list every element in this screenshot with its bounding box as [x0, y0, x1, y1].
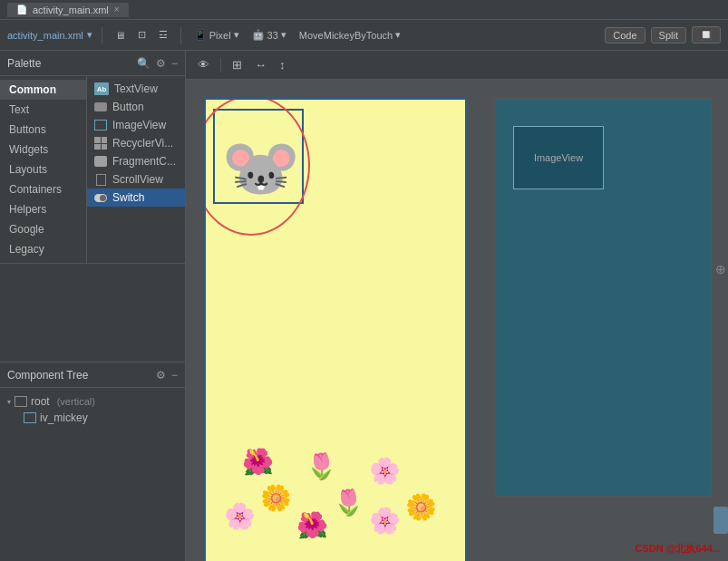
design-btn[interactable]: 🔲	[692, 26, 721, 44]
palette-collapse-btn[interactable]: −	[171, 57, 178, 70]
palette-section: Palette 🔍 ⚙ − Common Text Buttons Widget…	[0, 51, 185, 362]
file-tab[interactable]: 📄 activity_main.xml ×	[7, 3, 129, 17]
category-widgets[interactable]: Widgets	[0, 140, 86, 160]
textview-label: TextView	[114, 82, 158, 95]
scrollview-icon	[94, 173, 107, 186]
left-panel: Palette 🔍 ⚙ − Common Text Buttons Widget…	[0, 51, 186, 561]
textview-icon: Ab	[94, 82, 109, 95]
tree-item-iv-mickey[interactable]: iv_mickey	[20, 410, 181, 426]
switch-label: Switch	[112, 191, 144, 204]
component-textview[interactable]: Ab TextView	[87, 80, 185, 98]
file-name-label: activity_main.xml	[7, 30, 83, 41]
split-btn[interactable]: Split	[651, 27, 686, 44]
palette-settings-btn[interactable]: ⚙	[156, 57, 166, 70]
button-label: Button	[112, 101, 144, 113]
api-selector[interactable]: 🤖 33 ▾	[248, 27, 290, 43]
v-arrows-btn[interactable]: ↕	[275, 56, 290, 73]
tab-close-btn[interactable]: ×	[114, 5, 120, 15]
device-dropdown: ▾	[234, 29, 239, 41]
root-detail: (vertical)	[57, 396, 95, 407]
file-name-display: activity_main.xml ▾	[7, 29, 92, 41]
device-selector[interactable]: 📱 Pixel ▾	[190, 27, 243, 43]
xml-icon: 📄	[16, 5, 27, 15]
preview-imageview-placeholder: ImageView	[513, 126, 604, 189]
palette-header: Palette 🔍 ⚙ −	[0, 51, 185, 76]
root-layout-icon	[15, 396, 27, 407]
components-list: Ab TextView Button ImageView	[87, 76, 185, 263]
category-containers[interactable]: Containers	[0, 179, 86, 199]
eye-btn[interactable]: 👁	[193, 56, 214, 73]
canvas-toolbar: 👁 ⊞ ↔ ↕	[186, 51, 728, 80]
component-switch[interactable]: Switch	[87, 189, 185, 207]
api-label: 33	[267, 30, 278, 41]
api-dropdown: ▾	[281, 29, 286, 41]
scroll-handle[interactable]	[713, 507, 728, 534]
preview-phone-frame: ImageView	[494, 98, 712, 497]
component-fragmentc[interactable]: FragmentC...	[87, 152, 185, 170]
orientaton-btn[interactable]: ☲	[155, 27, 171, 43]
tree-settings-btn[interactable]: ⚙	[156, 369, 166, 382]
tab-label: activity_main.xml	[33, 5, 109, 15]
blueprint-btn[interactable]: ⊡	[134, 27, 150, 43]
component-button[interactable]: Button	[87, 98, 185, 116]
category-legacy[interactable]: Legacy	[0, 239, 86, 259]
main-toolbar: activity_main.xml ▾ 🖥 ⊡ ☲ 📱 Pixel ▾ 🤖 33…	[0, 20, 728, 51]
code-btn[interactable]: Code	[605, 27, 645, 44]
category-helpers[interactable]: Helpers	[0, 199, 86, 219]
component-tree-section: Component Tree ⚙ − ▾ root (vertical) iv_…	[0, 362, 185, 561]
canvas-area: 👁 ⊞ ↔ ↕ ⊕ 🐭	[186, 51, 728, 561]
component-imageview[interactable]: ImageView	[87, 116, 185, 134]
category-text[interactable]: Text	[0, 100, 86, 120]
imageview-icon	[94, 120, 107, 131]
main-layout: Palette 🔍 ⚙ − Common Text Buttons Widget…	[0, 51, 728, 561]
tree-header: Component Tree ⚙ −	[0, 363, 185, 388]
preview-imageview-label: ImageView	[534, 152, 583, 163]
title-bar: 📄 activity_main.xml ×	[0, 0, 728, 20]
watermark: CSDN @北执644...	[636, 542, 721, 556]
scrollview-label: ScrollView	[112, 173, 163, 186]
fragmentc-icon	[94, 155, 107, 168]
component-scrollview[interactable]: ScrollView	[87, 170, 185, 189]
switch-icon	[94, 191, 107, 204]
tree-item-root[interactable]: ▾ root (vertical)	[4, 393, 181, 410]
design-surface-btn[interactable]: 🖥	[112, 28, 129, 43]
iv-mickey-label: iv_mickey	[40, 411, 88, 424]
toolbar-right-actions: Code Split 🔲	[605, 26, 721, 44]
design-phone-frame: 🐭 🌸 🌼 🌺 🌷 🌸 🌼 🌺 🌷 🌸	[204, 98, 467, 561]
category-buttons[interactable]: Buttons	[0, 120, 86, 140]
app-dropdown: ▾	[395, 29, 401, 41]
category-common[interactable]: Common	[0, 80, 86, 100]
recyclerview-icon	[94, 137, 107, 150]
tree-title: Component Tree	[7, 369, 150, 382]
root-arrow: ▾	[7, 398, 11, 406]
separator-2	[180, 27, 181, 44]
palette-search-btn[interactable]: 🔍	[137, 57, 150, 70]
api-icon: 🤖	[252, 29, 265, 41]
fragmentc-label: FragmentC...	[112, 155, 176, 168]
app-selector[interactable]: MoveMickeyByTouch ▾	[296, 27, 404, 43]
flowers-decoration: 🌸 🌼 🌺 🌷 🌸 🌼 🌺 🌷 🌸	[206, 422, 465, 561]
tree-collapse-btn[interactable]: −	[171, 369, 178, 382]
palette-title: Palette	[7, 57, 131, 70]
far-right-anchor-pin: ⊕	[715, 261, 726, 277]
file-dropdown-icon[interactable]: ▾	[87, 29, 92, 41]
canvas-sep-1	[220, 58, 221, 73]
canvas-content: ⊕ 🐭 🌸 🌼 🌺 🌷 🌸 🌼	[186, 80, 728, 561]
recyclerview-label: RecyclerVi...	[112, 137, 173, 150]
app-label: MoveMickeyByTouch	[299, 30, 393, 41]
image-icon	[24, 412, 36, 423]
h-arrows-btn[interactable]: ↔	[250, 56, 271, 73]
component-recyclerview[interactable]: RecyclerVi...	[87, 134, 185, 152]
device-label: Pixel	[209, 30, 231, 41]
separator-1	[102, 27, 102, 44]
button-icon	[94, 101, 107, 113]
category-list: Common Text Buttons Widgets Layouts Cont…	[0, 76, 87, 263]
device-icon: 📱	[194, 29, 207, 41]
palette-categories: Common Text Buttons Widgets Layouts Cont…	[0, 76, 185, 264]
tree-content: ▾ root (vertical) iv_mickey	[0, 388, 185, 431]
root-label: root	[31, 395, 50, 408]
imageview-label: ImageView	[112, 119, 166, 131]
category-google[interactable]: Google	[0, 219, 86, 239]
grid-btn[interactable]: ⊞	[228, 56, 247, 73]
category-layouts[interactable]: Layouts	[0, 160, 86, 179]
